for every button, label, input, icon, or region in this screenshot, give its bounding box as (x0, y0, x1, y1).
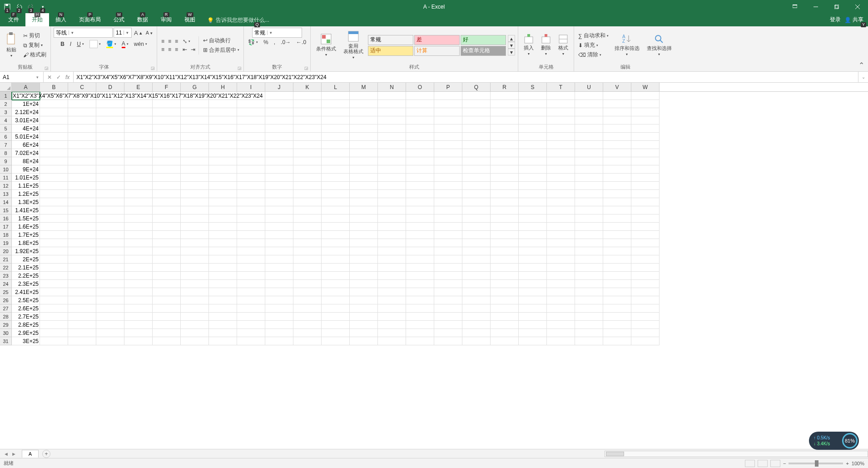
cell-P10[interactable] (434, 165, 462, 174)
cell-H4[interactable] (209, 116, 237, 124)
cell-K27[interactable] (293, 304, 322, 313)
cell-G19[interactable] (181, 239, 209, 247)
cell-K13[interactable] (293, 190, 322, 198)
cell-S26[interactable] (519, 296, 547, 304)
cell-L19[interactable] (322, 239, 350, 247)
cell-G13[interactable] (181, 190, 209, 198)
row-header[interactable]: 13 (0, 190, 12, 198)
cell-O23[interactable] (406, 272, 434, 280)
cell-L14[interactable] (322, 198, 350, 206)
cell-U12[interactable] (575, 182, 603, 190)
cell-J23[interactable] (265, 272, 293, 280)
cell-N15[interactable] (378, 206, 406, 214)
cell-S1[interactable] (519, 92, 547, 100)
cell-D10[interactable] (96, 165, 124, 174)
cell-N30[interactable] (378, 329, 406, 337)
cell-A15[interactable]: 1.41E+25 (12, 206, 40, 214)
cell-I11[interactable] (237, 174, 265, 182)
cell-W3[interactable] (631, 108, 660, 116)
cell-R23[interactable] (491, 272, 519, 280)
cell-J21[interactable] (265, 255, 293, 264)
row-header[interactable]: 19 (0, 239, 12, 247)
cell-W12[interactable] (631, 182, 660, 190)
cell-R9[interactable] (491, 157, 519, 165)
cell-W26[interactable] (631, 296, 660, 304)
cell-B20[interactable] (40, 247, 68, 255)
cell-M23[interactable] (350, 272, 378, 280)
cell-N27[interactable] (378, 304, 406, 313)
cell-A20[interactable]: 1.92E+25 (12, 247, 40, 255)
cell-H31[interactable] (209, 337, 237, 345)
cell-style-good[interactable]: 好 (461, 35, 506, 45)
tab-page-layout[interactable]: 页面布局P (73, 13, 107, 26)
cell-U26[interactable] (575, 296, 603, 304)
cell-C10[interactable] (68, 165, 96, 174)
cell-O13[interactable] (406, 190, 434, 198)
cell-K11[interactable] (293, 174, 322, 182)
cell-I20[interactable] (237, 247, 265, 255)
cell-P28[interactable] (434, 313, 462, 321)
cell-E26[interactable] (124, 296, 153, 304)
cell-E27[interactable] (124, 304, 153, 313)
network-speed-widget[interactable]: ↑ 0.5K/s ↓ 3.4K/s 81% (809, 432, 859, 450)
cell-V20[interactable] (603, 247, 631, 255)
cell-R29[interactable] (491, 321, 519, 329)
cell-G21[interactable] (181, 255, 209, 264)
name-box[interactable]: ▾ (0, 72, 44, 82)
cell-O15[interactable] (406, 206, 434, 214)
column-header-W[interactable]: W (631, 83, 660, 91)
cell-W23[interactable] (631, 272, 660, 280)
cell-M8[interactable] (350, 149, 378, 157)
cell-G14[interactable] (181, 198, 209, 206)
cell-style-check[interactable]: 检查单元格 (461, 46, 506, 56)
cell-A19[interactable]: 1.8E+25 (12, 239, 40, 247)
cell-E17[interactable] (124, 223, 153, 231)
cell-U16[interactable] (575, 214, 603, 223)
cell-S9[interactable] (519, 157, 547, 165)
border-button[interactable]: ▾ (88, 40, 102, 49)
tab-review[interactable]: 审阅R (154, 13, 178, 26)
cell-K9[interactable] (293, 157, 322, 165)
cell-I29[interactable] (237, 321, 265, 329)
cell-M1[interactable] (350, 92, 378, 100)
cell-R11[interactable] (491, 174, 519, 182)
cell-G30[interactable] (181, 329, 209, 337)
cell-K29[interactable] (293, 321, 322, 329)
cell-L6[interactable] (322, 133, 350, 141)
cell-G4[interactable] (181, 116, 209, 124)
cell-V26[interactable] (603, 296, 631, 304)
cell-O20[interactable] (406, 247, 434, 255)
cell-R13[interactable] (491, 190, 519, 198)
cell-K12[interactable] (293, 182, 322, 190)
cell-T18[interactable] (547, 231, 575, 239)
cell-E5[interactable] (124, 124, 153, 133)
cell-K16[interactable] (293, 214, 322, 223)
cell-F17[interactable] (153, 223, 181, 231)
collapse-ribbon-button[interactable]: ⌃ (854, 26, 868, 71)
cell-L5[interactable] (322, 124, 350, 133)
cell-style-normal[interactable]: 常规 (368, 35, 413, 45)
cell-V16[interactable] (603, 214, 631, 223)
sheet-tab-a[interactable]: A (22, 450, 39, 458)
column-header-C[interactable]: C (68, 83, 96, 91)
cell-O11[interactable] (406, 174, 434, 182)
cell-U5[interactable] (575, 124, 603, 133)
cell-R17[interactable] (491, 223, 519, 231)
cell-Q7[interactable] (462, 141, 491, 149)
cell-O31[interactable] (406, 337, 434, 345)
cell-R22[interactable] (491, 264, 519, 272)
cell-S14[interactable] (519, 198, 547, 206)
cell-P3[interactable] (434, 108, 462, 116)
cell-M28[interactable] (350, 313, 378, 321)
cell-K15[interactable] (293, 206, 322, 214)
cell-D21[interactable] (96, 255, 124, 264)
cell-T14[interactable] (547, 198, 575, 206)
cell-B10[interactable] (40, 165, 68, 174)
cell-J22[interactable] (265, 264, 293, 272)
cell-W27[interactable] (631, 304, 660, 313)
cell-Q31[interactable] (462, 337, 491, 345)
cell-M19[interactable] (350, 239, 378, 247)
cell-A11[interactable]: 1.01E+25 (12, 174, 40, 182)
cell-U14[interactable] (575, 198, 603, 206)
cell-D9[interactable] (96, 157, 124, 165)
